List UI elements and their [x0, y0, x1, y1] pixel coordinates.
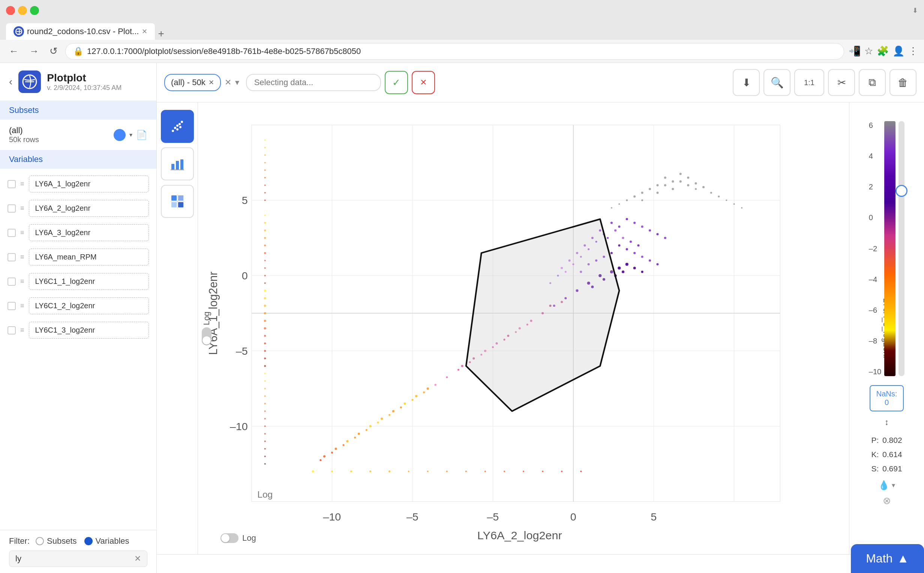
var-label-ly6c11[interactable]: LY6C1_1_log2enr — [29, 273, 149, 290]
svg-point-144 — [388, 414, 390, 416]
var-checkbox-ly6a3[interactable] — [8, 229, 16, 237]
scatter-plot-svg: 5 0 –5 –10 –10 –5 –5 0 5 LY6A_2_log2enr … — [198, 102, 849, 554]
new-tab-button[interactable]: + — [158, 28, 164, 40]
cast-button[interactable]: 📲 — [849, 45, 861, 57]
minimize-traffic-light[interactable] — [18, 6, 27, 15]
var-label-ly6amean[interactable]: LY6A_mean_RPM — [29, 249, 149, 266]
subset-file-icon[interactable]: 📄 — [136, 130, 147, 140]
remove-color-button[interactable]: ⊗ — [883, 495, 891, 507]
chip-clear-button[interactable]: ✕ — [225, 78, 231, 88]
scatter-plot-button[interactable] — [161, 110, 194, 143]
var-checkbox-ly6amean[interactable] — [8, 253, 16, 261]
x-log-toggle[interactable]: Log — [220, 533, 256, 543]
var-label-ly6a2[interactable]: LY6A_2_log2enr — [29, 200, 149, 217]
var-checkbox-ly6a1[interactable] — [8, 180, 16, 188]
filter-input[interactable] — [16, 554, 131, 564]
profile-button[interactable]: 👤 — [893, 45, 905, 57]
sidebar-toggle[interactable]: ‹ — [9, 76, 13, 88]
variable-items: ≡ LY6A_1_log2enr ≡ LY6A_2_log2enr ≡ LY6A… — [0, 169, 156, 345]
color-picker-icon[interactable]: 💧 — [878, 480, 890, 490]
range-up-button[interactable]: ↕ — [885, 417, 889, 427]
selecting-data-input[interactable] — [246, 74, 381, 91]
filter-subsets-radio[interactable]: Subsets — [36, 536, 77, 546]
svg-point-140 — [323, 455, 325, 457]
svg-point-131 — [427, 387, 429, 390]
variables-list: ≡ LY6A_1_log2enr ≡ LY6A_2_log2enr ≡ LY6A… — [0, 169, 156, 530]
x-log-toggle-switch[interactable] — [220, 533, 239, 543]
chip-remove-icon[interactable]: ✕ — [208, 78, 214, 87]
ratio-button[interactable]: 1:1 — [794, 69, 824, 96]
delete-button[interactable]: 🗑 — [890, 69, 916, 96]
svg-point-197 — [264, 380, 266, 382]
y-log-toggle-switch[interactable] — [202, 327, 211, 345]
color-scale-container: 6 4 2 0 –2 –4 –6 –8 –10 — [869, 121, 905, 376]
subset-chip[interactable]: (all) - 50k ✕ — [164, 74, 221, 91]
color-picker-dropdown[interactable]: ▾ — [892, 481, 895, 489]
svg-rect-13 — [180, 160, 183, 170]
subset-chip-label: (all) - 50k — [171, 78, 205, 88]
math-button[interactable]: Math ▲ — [851, 544, 924, 573]
color-scale-bar — [884, 121, 896, 376]
y-log-toggle[interactable]: Log — [202, 311, 211, 345]
forward-button[interactable]: → — [26, 44, 42, 58]
address-bar[interactable]: 🔒 127.0.0.1:7000/plotplot/session/e8e491… — [65, 43, 844, 59]
var-checkbox-ly6c11[interactable] — [8, 277, 16, 286]
active-tab[interactable]: round2_codons-10.csv - Plot... ✕ — [6, 23, 155, 40]
bookmark-button[interactable]: ☆ — [865, 45, 873, 57]
svg-point-88 — [641, 256, 644, 258]
drag-handle-icon[interactable]: ≡ — [20, 277, 24, 285]
p-label: P: — [871, 436, 879, 445]
drag-handle-icon[interactable]: ≡ — [20, 180, 24, 188]
var-checkbox-ly6c13[interactable] — [8, 326, 16, 335]
extensions-button[interactable]: 🧩 — [877, 45, 889, 57]
reload-button[interactable]: ↺ — [47, 44, 61, 58]
drag-handle-icon[interactable]: ≡ — [20, 229, 24, 236]
close-traffic-light[interactable] — [6, 6, 15, 15]
plot-area[interactable]: 5 0 –5 –10 –10 –5 –5 0 5 LY6A_2_log2enr … — [198, 102, 849, 554]
download-icon: ⬇ — [742, 77, 751, 89]
chart-type-toolbar — [157, 102, 198, 554]
bar-chart-button[interactable] — [161, 147, 194, 180]
menu-button[interactable]: ⋮ — [908, 45, 918, 57]
filter-clear-icon[interactable]: ✕ — [134, 554, 141, 564]
zoom-button[interactable]: 🔍 — [763, 69, 791, 96]
var-checkbox-ly6a2[interactable] — [8, 204, 16, 213]
chip-dropdown-button[interactable]: ▾ — [235, 78, 239, 88]
variables-radio-label: Variables — [95, 536, 129, 546]
var-label-ly6a3[interactable]: LY6A_3_log2enr — [29, 224, 149, 241]
drag-handle-icon[interactable]: ≡ — [20, 253, 24, 261]
cancel-button[interactable]: ✕ — [412, 71, 435, 94]
download-button[interactable]: ⬇ — [733, 69, 760, 96]
svg-point-67 — [641, 225, 644, 228]
color-scale-thumb[interactable] — [896, 185, 907, 197]
drag-handle-icon[interactable]: ≡ — [20, 204, 24, 212]
crop-button[interactable]: ✂ — [828, 69, 855, 96]
color-label-n10: –10 — [869, 368, 881, 376]
confirm-button[interactable]: ✓ — [385, 71, 408, 94]
s-value: 0.691 — [882, 464, 902, 473]
back-button[interactable]: ← — [6, 44, 22, 58]
range-controls: ↕ — [885, 417, 889, 427]
drag-handle-icon[interactable]: ≡ — [20, 302, 24, 310]
filter-variables-radio[interactable]: Variables — [84, 536, 129, 546]
maximize-traffic-light[interactable] — [30, 6, 39, 15]
subset-color-dot[interactable] — [114, 129, 126, 141]
subset-dropdown-arrow[interactable]: ▾ — [129, 131, 132, 138]
var-label-ly6a1[interactable]: LY6A_1_log2enr — [29, 175, 149, 193]
heatmap-button[interactable] — [161, 185, 194, 218]
tab-close-button[interactable]: ✕ — [142, 27, 147, 36]
svg-point-71 — [656, 233, 658, 235]
svg-point-208 — [264, 463, 266, 465]
var-checkbox-ly6c12[interactable] — [8, 302, 16, 310]
svg-text:0: 0 — [242, 269, 248, 282]
copy-button[interactable]: ⧉ — [859, 69, 886, 96]
subsets-section-header: Subsets — [0, 101, 156, 120]
color-picker-row: 💧 ▾ — [878, 480, 895, 490]
color-scale-slider[interactable] — [899, 121, 905, 376]
var-label-ly6c13[interactable]: LY6C1_3_log2enr — [29, 322, 149, 339]
svg-point-147 — [354, 437, 356, 438]
drag-handle-icon[interactable]: ≡ — [20, 326, 24, 334]
svg-point-148 — [342, 444, 344, 446]
var-label-ly6c12[interactable]: LY6C1_2_log2enr — [29, 297, 149, 314]
subset-all: (all) 50k rows ▾ 📄 — [0, 120, 156, 150]
